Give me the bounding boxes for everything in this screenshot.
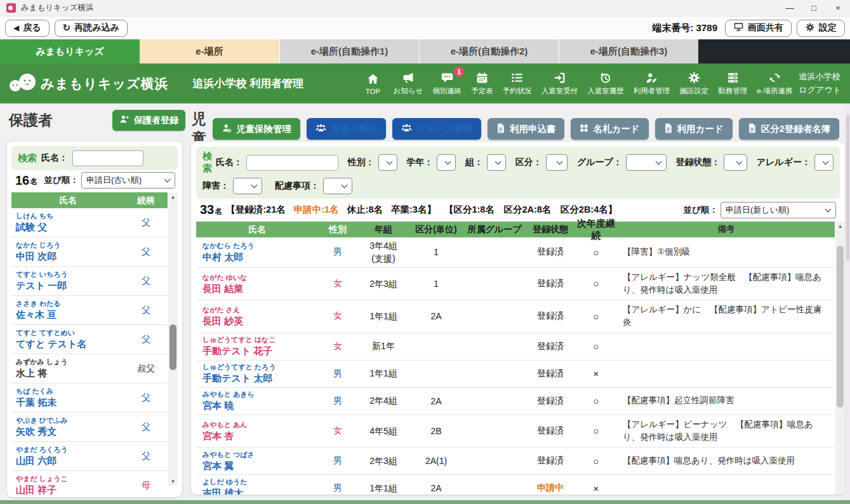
- page-scrollbar[interactable]: [846, 103, 850, 500]
- guardian-count: 16: [15, 173, 29, 188]
- back-button[interactable]: ◀ 戻る: [5, 20, 50, 37]
- child-remarks: [618, 345, 835, 348]
- guardian-row[interactable]: やぶき ひでふみ矢吹 秀文 父: [11, 413, 168, 442]
- guardian-row[interactable]: しけん ちち試験 父 父: [11, 208, 168, 237]
- child-row[interactable]: みやもと あん宮本 杏 女 4年5組 2B 登録済 ○ 【アレルギー】ピーナッツ…: [196, 415, 835, 448]
- button-label: 名札カード: [593, 123, 639, 135]
- reload-button[interactable]: ↻ 再読み込み: [55, 20, 128, 37]
- screen-share-button[interactable]: 画面共有: [725, 20, 792, 37]
- nav-schedule[interactable]: 予定表: [471, 71, 493, 96]
- tab-mimamori-kids[interactable]: みまもりキッズ: [0, 39, 140, 63]
- filter-label-kubun: 区分：: [515, 157, 542, 168]
- guardian-kana: てすと てすとめい: [16, 328, 124, 338]
- monitor-icon: [733, 22, 744, 34]
- scroll-down-arrow[interactable]: ▼: [168, 477, 178, 486]
- guardian-row[interactable]: ささき わたる佐々木 亘 父: [11, 296, 168, 325]
- child-row[interactable]: しゅどうてすと はなこ手動テスト 花子 女 新1年 登録済 ○: [196, 333, 835, 361]
- class-select[interactable]: [487, 154, 506, 171]
- child-row[interactable]: なかむら たろう中村 太郎 男 3年4組 (支援) 1 登録済 ○ 【障害】①個…: [196, 237, 835, 268]
- application-form-button[interactable]: 利用申込書: [488, 118, 565, 140]
- child-row[interactable]: しゅどうてすと たろう手動テスト 太郎 男 1年1組 登録済 ×: [196, 361, 835, 388]
- child-name: 長田 紗英: [203, 315, 318, 328]
- child-row[interactable]: みやもと つばさ宮本 翼 男 2年3組 2A(1) 登録済 ○ 【配慮事項】喘息…: [196, 448, 835, 475]
- tab-e-basho-auto2[interactable]: e-場所(自動操作2): [419, 39, 559, 63]
- nav-label: TOP: [366, 88, 380, 95]
- nav-individual-contact[interactable]: 1 個別連絡: [432, 71, 462, 96]
- child-remarks: 【アレルギー】ナッツ類全般 【配慮事項】喘息あり、発作時は吸入薬使用: [618, 270, 835, 298]
- nav-facility-settings[interactable]: 施設設定: [679, 71, 708, 96]
- children-count: 33: [200, 202, 214, 217]
- disability-select[interactable]: [233, 178, 262, 194]
- child-grade: 新1年: [357, 340, 409, 352]
- guardian-name: テスト 一郎: [16, 279, 124, 292]
- child-row[interactable]: ながた さえ長田 紗英 女 1年1組 2A 登録済 ○ 【アレルギー】かに 【配…: [196, 300, 835, 333]
- guardian-kana: しけん ちち: [16, 211, 124, 221]
- guardian-sort-select[interactable]: 申請日(古い順): [81, 172, 175, 189]
- guardian-list-scrollbar[interactable]: ▲ ▼: [168, 192, 178, 486]
- child-insurance-button[interactable]: 児童保険管理: [213, 118, 300, 140]
- child-name-input[interactable]: [246, 155, 338, 171]
- scroll-up-arrow[interactable]: ▲: [835, 222, 845, 230]
- user-pen-icon: [645, 71, 658, 84]
- tab-e-basho[interactable]: e-場所: [140, 39, 279, 63]
- child-grade: 2年4組: [357, 394, 409, 407]
- status-select[interactable]: [724, 154, 747, 171]
- child-row[interactable]: みやもと あきら宮本 暁 男 2年4組 2A 登録済 ○ 【配慮事項】起立性調節…: [196, 388, 835, 415]
- name-tag-card-button[interactable]: 名札カード: [571, 118, 648, 140]
- tab-e-basho-auto1[interactable]: e-場所(自動操作1): [279, 39, 419, 63]
- guardian-row[interactable]: ちば たくみ千葉 拓未 父: [11, 383, 168, 413]
- nav-entry-exit-history[interactable]: 入退室履歴: [587, 71, 624, 96]
- nav-entry-exit-reception[interactable]: 入退室受付: [541, 71, 578, 96]
- guardian-row[interactable]: やまだ しょうこ山田 祥子 母: [11, 471, 168, 498]
- guardian-register-button[interactable]: 保護者登録: [112, 110, 185, 131]
- guardian-name-input[interactable]: [72, 150, 143, 166]
- child-row[interactable]: ながた ゆいな長田 結菜 女 2年3組 1 登録済 ○ 【アレルギー】ナッツ類全…: [196, 268, 835, 301]
- scroll-thumb[interactable]: [169, 324, 176, 370]
- grade-select[interactable]: [437, 154, 456, 171]
- chevron-down-icon: [495, 159, 501, 165]
- kubun-select[interactable]: [546, 154, 568, 171]
- guardian-row[interactable]: なかた じろう中田 次郎 父: [11, 237, 168, 267]
- child-gender: 女: [318, 425, 357, 437]
- minimize-button[interactable]: —: [778, 0, 802, 16]
- scroll-up-arrow[interactable]: ▲: [168, 192, 178, 201]
- guardian-relation: 父: [124, 334, 168, 345]
- child-status: 登録済: [526, 341, 574, 352]
- tab-e-basho-auto3[interactable]: e-場所(自動操作3): [559, 39, 698, 63]
- usage-card-button[interactable]: 利用カード: [655, 118, 733, 140]
- support-unit-button[interactable]: 支援の単位: [307, 118, 386, 140]
- group-select[interactable]: [626, 154, 667, 171]
- kubun2-roster-button[interactable]: 区分2登録者名簿: [739, 118, 840, 140]
- browser-toolbar: ◀ 戻る ↻ 再読み込み 端末番号: 3789 画面共有 設定: [0, 17, 850, 39]
- guardian-row[interactable]: みずかみ しょう水上 将 叔父: [11, 354, 168, 383]
- child-grade: 1年1組: [357, 310, 409, 322]
- guardian-row[interactable]: てすと てすとめいてすと テスト名 父: [11, 325, 168, 354]
- child-name: 宮本 杏: [203, 430, 318, 442]
- maximize-button[interactable]: □: [802, 0, 826, 16]
- care-select[interactable]: [323, 178, 352, 194]
- settings-button[interactable]: 設定: [797, 20, 845, 37]
- nav-news[interactable]: お知らせ: [393, 71, 423, 96]
- nav-reservations[interactable]: 予約状況: [503, 71, 532, 96]
- children-table-scrollbar[interactable]: ▲ ▼: [835, 222, 845, 495]
- logout-link[interactable]: 追浜小学校 ログアウト: [799, 70, 841, 96]
- guardian-row[interactable]: てすと いちろうテスト 一郎 父: [11, 267, 168, 296]
- child-row[interactable]: よしだ ゆうた吉田 雄太 男 1年1組 2A 申請中 ×: [196, 475, 835, 495]
- scroll-thumb[interactable]: [837, 246, 844, 408]
- allergy-select[interactable]: [814, 154, 833, 171]
- close-button[interactable]: ×: [826, 0, 850, 16]
- group-management-button[interactable]: グループ管理: [392, 118, 481, 140]
- reload-label: 再読み込み: [74, 22, 119, 34]
- children-sort-select[interactable]: 申請日(新しい順): [721, 202, 836, 218]
- nav-work-management[interactable]: 勤務管理: [718, 71, 747, 96]
- app-header: みまもりキッズ横浜 追浜小学校 利用者管理 TOP お知らせ 1 個別連絡 予定…: [0, 63, 850, 103]
- nav-top[interactable]: TOP: [362, 72, 383, 95]
- children-sort-label: 並び順：: [684, 204, 718, 216]
- guardian-row[interactable]: やまだ ろくろう山田 六郎 父: [11, 442, 168, 471]
- child-status: 登録済: [526, 310, 574, 322]
- nav-user-management[interactable]: 利用者管理: [634, 71, 670, 96]
- gender-select[interactable]: [378, 154, 397, 171]
- scroll-thumb[interactable]: [846, 115, 849, 261]
- search-label: 検索: [203, 150, 212, 175]
- nav-e-basho-link[interactable]: e-場所連携: [757, 71, 792, 96]
